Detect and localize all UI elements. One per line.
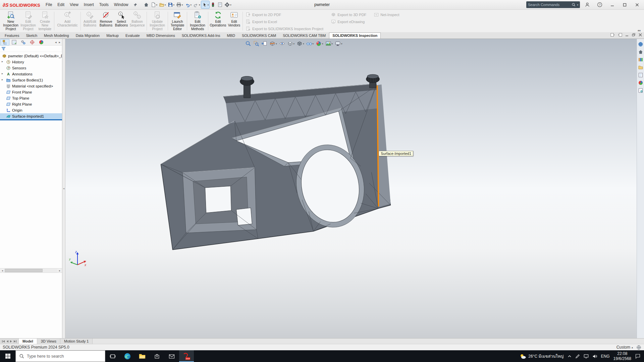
new-document-button[interactable]: ▾ <box>150 1 158 8</box>
start-button[interactable] <box>0 350 15 362</box>
action-center-icon[interactable] <box>635 353 641 359</box>
expand-arrow-icon[interactable]: ▸ <box>2 72 3 75</box>
featuremanager-tree-tab[interactable] <box>1 39 9 45</box>
file-explorer-icon[interactable] <box>638 65 643 70</box>
maximize-window-button[interactable] <box>620 1 630 8</box>
propertymanager-tab[interactable] <box>10 39 18 45</box>
tab-mbd-dimensions[interactable]: MBD Dimensions <box>143 33 178 39</box>
dropdown-arrow-icon[interactable]: ▾ <box>191 4 192 6</box>
tree-item-origin[interactable]: Origin <box>0 107 62 113</box>
scroll-right-icon[interactable]: ▸ <box>58 40 61 44</box>
select-tool-button[interactable]: ▾ <box>201 1 210 8</box>
export-edrawing-button[interactable]: e Export eDrawing <box>331 19 366 24</box>
export-to-3d-pdf-button[interactable]: Export to 3D PDF <box>331 12 366 17</box>
displaymanager-tab[interactable] <box>37 39 45 45</box>
open-button[interactable]: ▾ <box>158 1 167 8</box>
close-window-button[interactable] <box>632 1 642 8</box>
dropdown-arrow-icon[interactable]: ▾ <box>173 4 175 6</box>
create-new-template-button[interactable]: Create New template <box>37 10 53 32</box>
hidden-icons-chevron[interactable] <box>568 354 572 358</box>
graphics-viewport[interactable]: ▾ ▾ ▾ ▾ ▾ ▾ ▾ Surface-Imported1 z x <box>65 39 637 338</box>
tree-item-material[interactable]: Material <not specified> <box>0 83 62 89</box>
undo-button[interactable]: ▾ <box>184 1 193 8</box>
dropdown-arrow-icon[interactable]: ▾ <box>156 4 158 6</box>
scroll-left-icon[interactable]: ◂ <box>54 40 58 44</box>
apply-scene-icon[interactable]: ▾ <box>325 40 334 47</box>
clock[interactable]: 22:08 19/6/2568 <box>613 351 631 361</box>
task-view-button[interactable] <box>105 350 120 362</box>
language-indicator[interactable]: ENG <box>601 354 610 359</box>
edit-appearance-icon[interactable]: ▾ <box>315 40 324 47</box>
dynamic-annotation-views-icon[interactable] <box>278 40 286 47</box>
export-to-2d-pdf-button[interactable]: Export to 2D PDF <box>246 12 323 17</box>
export-to-excel-button[interactable]: Export to Excel <box>246 19 323 24</box>
previous-tab-icon[interactable] <box>6 340 9 343</box>
view-palette-icon[interactable] <box>638 72 643 78</box>
tab-data-migration[interactable]: Data Migration <box>72 33 103 39</box>
dropdown-arrow-icon[interactable]: ▾ <box>322 43 323 45</box>
scrollbar-track[interactable] <box>5 268 57 273</box>
tree-item-sensors[interactable]: Sensors <box>0 65 62 71</box>
edit-inspection-methods-button[interactable]: Edit Inspection Methods <box>188 10 207 32</box>
save-button[interactable]: ▾ <box>167 1 175 8</box>
pen-icon[interactable] <box>575 354 580 359</box>
design-library-icon[interactable] <box>638 57 643 62</box>
solidworks-resources-icon[interactable] <box>638 42 643 47</box>
custom-properties-icon[interactable] <box>638 88 643 93</box>
display-icon[interactable] <box>584 354 589 359</box>
export-to-solidworks-inspection-project-button[interactable]: Export to SOLIDWORKS Inspection Project <box>246 26 323 32</box>
hide-show-items-icon[interactable]: ▾ <box>306 40 315 47</box>
view-orientation-icon[interactable]: ▾ <box>286 40 296 47</box>
tree-item-right-plane[interactable]: Right Plane <box>0 101 62 107</box>
scroll-left-icon[interactable]: ◂ <box>0 269 5 272</box>
tab-solidworks-cam[interactable]: SOLIDWORKS CAM <box>238 33 279 39</box>
tab-evaluate[interactable]: Evaluate <box>122 33 143 39</box>
balloon-sequence-button[interactable]: 12 Balloon Sequence <box>129 10 146 32</box>
menu-tools[interactable]: Tools <box>97 1 111 8</box>
select-balloons-button[interactable]: 1 Select Balloons <box>114 10 129 32</box>
dropdown-arrow-icon[interactable]: ▾ <box>276 43 277 45</box>
taskbar-search-input[interactable] <box>27 354 102 359</box>
help-icon[interactable]: ? <box>595 1 605 8</box>
microsoft-store-button[interactable] <box>150 350 164 362</box>
filter-funnel-icon[interactable] <box>1 46 6 51</box>
minimize-window-button[interactable] <box>607 1 617 8</box>
remove-balloons-button[interactable]: 1 Remove Balloons <box>98 10 114 32</box>
new-inspection-project-button[interactable]: New Inspection Project <box>2 10 19 32</box>
expand-arrow-icon[interactable]: ▸ <box>2 60 3 63</box>
motion-study-tab[interactable]: Motion Study 1 <box>60 339 93 344</box>
tree-item-surface-imported1[interactable]: Surface-Imported1 <box>0 113 62 119</box>
launch-template-editor-button[interactable]: Launch Template Editor <box>169 10 186 32</box>
home-icon[interactable] <box>638 49 643 55</box>
tree-item-surface-bodies[interactable]: ▸ Surface Bodies(1) <box>0 77 62 83</box>
volume-icon[interactable] <box>592 354 597 359</box>
units-selector[interactable]: Custom ▴ <box>616 345 633 350</box>
zoom-to-area-icon[interactable] <box>253 40 260 47</box>
view-settings-icon[interactable]: ▾ <box>334 40 343 47</box>
file-properties-button[interactable] <box>217 1 223 8</box>
dropdown-arrow-icon[interactable]: ▾ <box>341 43 342 45</box>
login-account-icon[interactable] <box>582 1 592 8</box>
edit-operations-button[interactable]: Edit Operations <box>209 10 227 32</box>
tree-item-front-plane[interactable]: Front Plane <box>0 89 62 95</box>
doc-close-icon[interactable] <box>639 33 642 37</box>
add-edit-balloons-button[interactable]: 1 Add/Edit Balloons <box>82 10 98 32</box>
panel-horizontal-scrollbar[interactable]: ◂ ▸ <box>0 268 62 273</box>
rebuild-button[interactable] <box>210 1 216 8</box>
redo-button[interactable]: ▾ <box>193 1 201 8</box>
previous-view-icon[interactable] <box>261 40 268 47</box>
model-tab[interactable]: Model <box>19 339 37 344</box>
pin-menu-icon[interactable] <box>131 2 140 8</box>
dropdown-arrow-icon[interactable]: ▾ <box>182 4 183 6</box>
tab-features[interactable]: Features <box>1 33 22 39</box>
tab-solidworks-add-ins[interactable]: SOLIDWORKS Add-Ins <box>178 33 224 39</box>
scroll-right-icon[interactable]: ▸ <box>57 269 62 272</box>
edge-browser-button[interactable] <box>120 350 135 362</box>
menu-view[interactable]: View <box>67 1 81 8</box>
display-style-icon[interactable]: ▾ <box>296 40 305 47</box>
tree-item-annotations[interactable]: ▸ A Annotations <box>0 71 62 77</box>
next-tab-icon[interactable] <box>10 340 12 343</box>
last-tab-icon[interactable] <box>13 340 17 343</box>
section-view-icon[interactable]: ▾ <box>269 40 278 47</box>
weather-widget[interactable]: 26°C มีเมฆส่วนใหญ่ <box>520 353 564 359</box>
